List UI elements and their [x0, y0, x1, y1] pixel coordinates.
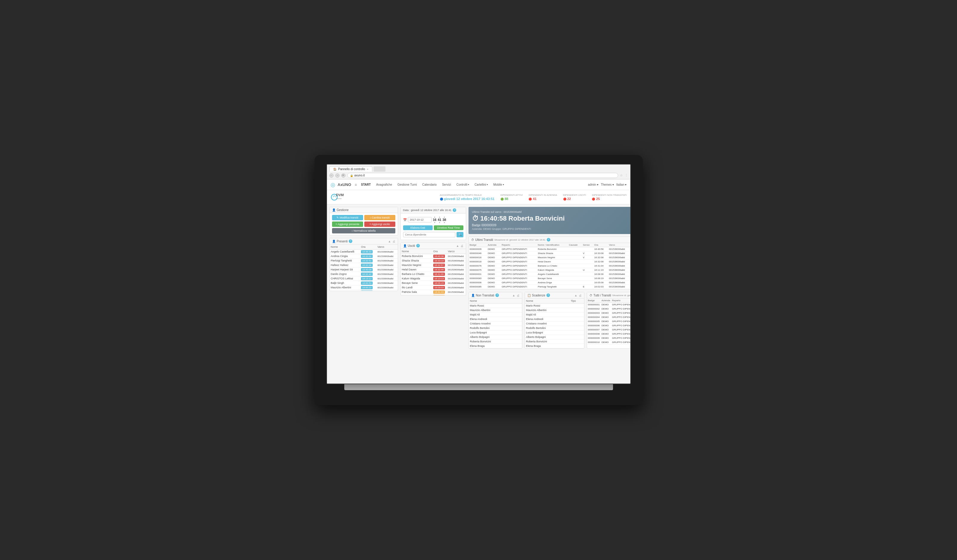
- scadenze-print-icon[interactable]: 🖨: [579, 294, 582, 297]
- scadenze-card: 📋 Scadenze ? ▲ 🖨: [524, 292, 584, 349]
- bookmark-icon[interactable]: ☆: [620, 174, 623, 177]
- ut-reparto: GRUPPO DIPENDENTI: [501, 268, 537, 272]
- nav-item-cartellini[interactable]: Cartellini ▾: [472, 182, 490, 187]
- ut-badge: 000000018: [469, 260, 487, 264]
- ut-nome: Barbara Lo Chiato: [537, 264, 568, 268]
- nav-item-gestione-turni[interactable]: Gestione Turni: [395, 182, 419, 187]
- tab-close-icon[interactable]: ×: [367, 168, 368, 171]
- minute-up-icon[interactable]: ▲: [438, 216, 441, 218]
- ut-nome: Angelo Castellanelli: [537, 272, 568, 276]
- nav-themes-menu[interactable]: Themes ▾: [601, 183, 614, 186]
- url-bar[interactable]: 🔒 axuno.it: [347, 173, 618, 178]
- elabora-dati-button[interactable]: Elabora Dati: [403, 226, 433, 230]
- tutti-transiti-row: 000000004 DEMO GRUPPO DIPENDENTI Elena A…: [587, 315, 631, 319]
- ut-causale: [568, 247, 582, 251]
- second-up-icon[interactable]: ▲: [444, 216, 445, 218]
- nt-nome: Luca Bolpagni: [469, 330, 522, 335]
- nav-item-controlli[interactable]: Controlli ▾: [454, 182, 472, 187]
- presenti-print-icon[interactable]: 🖨: [392, 240, 395, 243]
- ultimi-transiti-info-icon[interactable]: ?: [547, 238, 550, 241]
- ut-reparto: GRUPPO DIPENDENTI: [501, 289, 537, 290]
- presenti-cell-varco: 001539006a8d: [376, 259, 398, 263]
- back-button[interactable]: ←: [329, 174, 333, 178]
- direttive-realtime-button[interactable]: Direttive Real Time: [434, 226, 463, 230]
- refresh-button[interactable]: ⟳: [341, 174, 346, 178]
- scadenze-info-icon[interactable]: ?: [546, 293, 550, 297]
- tt-badge: 000000007: [587, 328, 601, 332]
- nav-admin-menu[interactable]: admin ▾: [588, 183, 599, 186]
- ut-nome: Kalum Wagoda: [537, 268, 568, 272]
- presenti-info-icon[interactable]: ?: [349, 240, 352, 243]
- aggiungi-presente-button[interactable]: + Aggiungi presente: [332, 221, 363, 227]
- hamburger-icon[interactable]: ≡: [355, 183, 357, 187]
- ut-senso: V: [582, 256, 593, 260]
- usciti-info-icon[interactable]: ?: [416, 244, 420, 248]
- scadenze-row: Rodolfo Bertolini: [525, 326, 584, 330]
- ut-azienda: DEMO: [487, 281, 501, 285]
- scadenze-row: Luca Bolpagni: [525, 330, 584, 335]
- stats-bar: DVM service AGGIORNAMENTO IN TEMPO REALE…: [327, 190, 630, 205]
- search-button[interactable]: 🔍: [456, 232, 463, 237]
- nt-nome: Rodolfo Bertolini: [469, 326, 522, 330]
- presenti-expand-icon[interactable]: ▲: [388, 240, 391, 243]
- new-tab-area[interactable]: [374, 166, 385, 172]
- ut-ora: 16:05:08: [593, 281, 608, 285]
- ut-causale: [568, 260, 582, 264]
- nav-item-servizi[interactable]: Servizi: [439, 182, 453, 187]
- modifica-transiti-button[interactable]: ✎ Modifica transiti: [332, 215, 363, 220]
- usciti-cell-ora: 16:32:57: [432, 263, 447, 267]
- ut-nome: Becaye Sene: [537, 276, 568, 281]
- tt-azienda: DEMO: [601, 323, 611, 328]
- presenti-row: Giovanni Gafforini 16:05:48 001539006a8d: [330, 290, 398, 291]
- dvm-logo-svg: DVM service: [330, 192, 346, 202]
- cambia-transiti-button[interactable]: ↕ Cambia transiti: [364, 215, 395, 220]
- datetime-card: Data : giovedì 12 ottobre 2017 alle 16:4…: [400, 207, 466, 240]
- browser-menu-icon[interactable]: ⋮: [625, 174, 628, 177]
- aggiungi-uscito-button[interactable]: + Aggiungi uscito: [364, 221, 395, 227]
- normalizza-tabella-button[interactable]: ↕ Normalizza tabella: [332, 228, 395, 233]
- ut-senso: [582, 276, 593, 281]
- tt-azienda: DEMO: [601, 319, 611, 323]
- nav-item-calendario[interactable]: Calendario: [420, 182, 439, 187]
- nt-nome: Elena Braga: [469, 344, 522, 349]
- ut-nome: Andrea Driga: [537, 281, 568, 285]
- presenti-cell-varco: 001539006a8d: [376, 263, 398, 267]
- ut-ora: 16:00:03: [593, 289, 608, 290]
- non-transitati-info-icon[interactable]: ?: [495, 293, 499, 297]
- tutti-transiti-row: 000000009 DEMO GRUPPO DIPENDENTI Roberta…: [587, 336, 631, 340]
- minute-spinner: ▲ 41 ▼: [438, 216, 441, 224]
- non-transitati-expand-icon[interactable]: ▲: [512, 294, 515, 297]
- nav-item-anagrafiche[interactable]: Anagrafiche: [374, 182, 395, 187]
- second-down-icon[interactable]: ▼: [444, 221, 445, 224]
- laptop-frame: 🏠 Pannello di controllo × ← → ⟳ 🔒 axuno.…: [314, 155, 643, 405]
- usciti-print-icon[interactable]: 🖨: [460, 244, 463, 248]
- tt-badge: 000000002: [587, 307, 601, 311]
- ut-senso: V: [582, 251, 593, 256]
- usciti-expand-icon[interactable]: ▲: [456, 244, 459, 248]
- forward-button[interactable]: →: [335, 174, 340, 178]
- non-transitati-row: Majid Ali: [469, 312, 522, 317]
- non-transitati-print-icon[interactable]: 🖨: [516, 294, 520, 297]
- nav-item-mobile[interactable]: Mobile ▾: [491, 182, 506, 187]
- tt-reparto: GRUPPO DIPENDENTI: [611, 303, 631, 307]
- non-transitati-header-left: 👤 Non Transitati ?: [471, 293, 499, 297]
- browser-tab[interactable]: 🏠 Pannello di controllo ×: [329, 166, 372, 172]
- nav-item-start[interactable]: START: [358, 182, 373, 187]
- ut-varco: 001539006a8d: [608, 256, 631, 260]
- datetime-info-icon[interactable]: ?: [453, 208, 456, 212]
- hour-down-icon[interactable]: ▼: [434, 221, 436, 224]
- ut-azienda: DEMO: [487, 276, 501, 281]
- date-input[interactable]: [408, 217, 432, 222]
- tt-badge: 000000001: [587, 303, 601, 307]
- ut-badge: 000000087: [469, 289, 487, 290]
- scadenze-expand-icon[interactable]: ▲: [575, 294, 578, 297]
- nav-language-menu[interactable]: Italian ▾: [616, 183, 627, 186]
- minute-down-icon[interactable]: ▼: [438, 221, 441, 224]
- hour-up-icon[interactable]: ▲: [434, 216, 436, 218]
- col-senso: Senso: [582, 243, 593, 247]
- gestione-card-header-left: 👤 Gestione: [332, 208, 349, 211]
- usciti-cell-nome: Patrizia Sala: [401, 290, 432, 294]
- tt-azienda: DEMO: [601, 311, 611, 315]
- tt-azienda: DEMO: [601, 344, 611, 345]
- search-dipendente-input[interactable]: [403, 232, 455, 237]
